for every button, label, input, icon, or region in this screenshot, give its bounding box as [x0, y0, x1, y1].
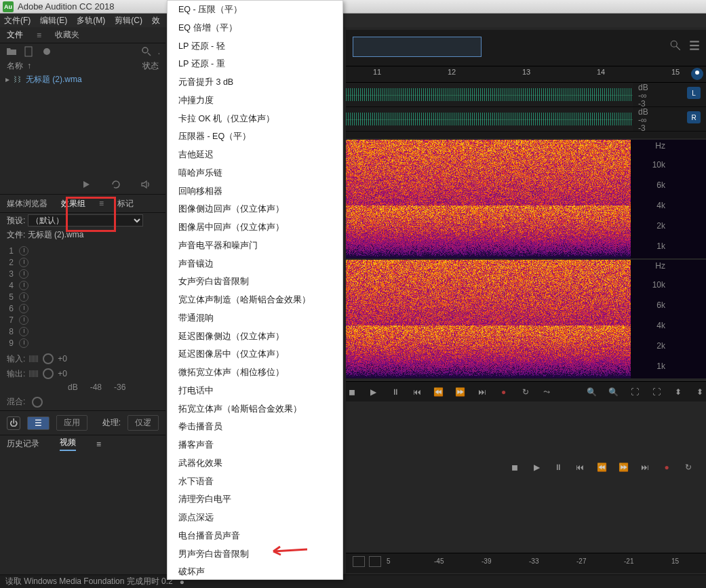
skip-end-button[interactable]: ⏭: [476, 386, 488, 398]
skip-end-button[interactable]: ⏭: [639, 461, 651, 473]
preset-item[interactable]: 带通混响: [168, 309, 342, 328]
effect-slot[interactable]: 7: [7, 314, 159, 326]
menu-clip[interactable]: 剪辑(C): [115, 15, 142, 26]
tab-history[interactable]: 历史记录: [7, 438, 39, 450]
preset-item[interactable]: 声音电平器和噪声门: [168, 237, 342, 255]
preset-item[interactable]: 宽立体声制造（哈斯铝合金效果）: [168, 291, 342, 309]
tab-media-browser[interactable]: 媒体浏览器: [7, 198, 47, 210]
menu-effects[interactable]: 效: [152, 15, 160, 26]
slot-power-icon[interactable]: [19, 304, 28, 313]
preset-item[interactable]: 元音提升 3 dB: [168, 73, 342, 92]
preset-item[interactable]: 图像居中回声（仅立体声）: [168, 218, 342, 237]
slot-power-icon[interactable]: [19, 315, 28, 325]
preset-item[interactable]: 拳击播音员: [168, 418, 342, 436]
preset-item[interactable]: 清理旁白电平: [168, 490, 342, 509]
zoom-icon[interactable]: [669, 39, 682, 52]
preset-item[interactable]: 声音镶边: [168, 255, 342, 273]
slot-power-icon[interactable]: [19, 327, 28, 336]
out-point-button[interactable]: [369, 556, 381, 567]
power-button[interactable]: ⏻: [7, 416, 20, 430]
tab-markers[interactable]: 标记: [117, 198, 134, 210]
preset-item[interactable]: 微拓宽立体声（相位移位）: [168, 364, 342, 382]
selection-box[interactable]: [353, 37, 482, 57]
forward-button[interactable]: ⏩: [454, 386, 467, 398]
preset-item[interactable]: 拓宽立体声（哈斯铝合金效果）: [168, 400, 342, 418]
preset-item[interactable]: 破坏声: [168, 563, 342, 580]
panel-menu-icon[interactable]: ≡: [37, 31, 41, 40]
panel-menu-icon[interactable]: ≡: [96, 439, 101, 449]
play-button[interactable]: ▶: [530, 461, 543, 473]
overview-timeline[interactable]: [346, 30, 706, 66]
menu-edit[interactable]: 编辑(E): [40, 15, 67, 26]
expand-icon[interactable]: ▸: [5, 75, 9, 84]
preset-item[interactable]: LP 还原 - 重: [168, 55, 342, 73]
channel-l-badge[interactable]: L: [687, 87, 701, 99]
preset-item[interactable]: 压限器 - EQ（平）: [168, 128, 342, 146]
preset-item[interactable]: 吉他延迟: [168, 146, 342, 164]
zoom-out-v-icon[interactable]: ⬍: [694, 386, 706, 398]
effect-slot[interactable]: 4: [7, 279, 159, 291]
effect-slot[interactable]: 5: [7, 291, 159, 302]
preset-item[interactable]: 回响移相器: [168, 182, 342, 201]
preset-item[interactable]: 武器化效果: [168, 454, 342, 473]
preset-item[interactable]: 打电话中: [168, 382, 342, 400]
zoom-out-icon[interactable]: 🔍: [607, 386, 619, 398]
preset-item[interactable]: 嘻哈声乐链: [168, 164, 342, 182]
wave-channel-right[interactable]: dB-∞-3 R: [346, 107, 706, 132]
effect-slot[interactable]: 9: [7, 337, 159, 349]
menu-multitrack[interactable]: 多轨(M): [77, 15, 105, 26]
preset-select[interactable]: （默认）: [28, 214, 143, 227]
spectrogram-top[interactable]: Hz 10k 6k 4k 2k 1k: [346, 140, 706, 258]
preset-item[interactable]: LP 还原 - 轻: [168, 37, 342, 56]
skip-start-button[interactable]: ⏮: [574, 461, 586, 473]
channel-r-badge[interactable]: R: [687, 111, 701, 123]
wave-channel-left[interactable]: dB-∞-3 L: [346, 83, 706, 107]
menu-file[interactable]: 文件(F): [4, 15, 31, 26]
tab-video[interactable]: 视频: [60, 437, 76, 451]
play-icon[interactable]: [81, 180, 91, 189]
waveform-area[interactable]: dB-∞-3 L +0 dB dB-∞-3 R: [346, 83, 706, 138]
stop-button[interactable]: ◼: [509, 461, 521, 473]
loop-button[interactable]: ↻: [519, 386, 532, 398]
preset-item[interactable]: 冲撞力度: [168, 92, 342, 110]
slot-power-icon[interactable]: [19, 338, 28, 348]
apply-button[interactable]: 应用: [56, 415, 87, 431]
slot-power-icon[interactable]: [19, 292, 28, 302]
output-knob[interactable]: [43, 368, 54, 379]
record-icon[interactable]: [41, 46, 53, 57]
slot-power-icon[interactable]: [19, 269, 28, 279]
slot-power-icon[interactable]: [19, 281, 28, 290]
volume-icon[interactable]: [141, 180, 152, 189]
preset-item[interactable]: 水下语音: [168, 473, 342, 491]
slot-power-icon[interactable]: [19, 258, 28, 267]
tab-effects-rack[interactable]: 效果组: [61, 198, 85, 210]
new-file-icon[interactable]: [23, 46, 35, 57]
forward-button[interactable]: ⏩: [617, 461, 629, 473]
effect-slot[interactable]: 1: [7, 245, 159, 256]
stop-button[interactable]: ◼: [346, 386, 358, 398]
in-point-button[interactable]: [353, 556, 365, 567]
record-button[interactable]: ●: [661, 461, 673, 473]
effect-slot[interactable]: 2: [7, 256, 159, 268]
rewind-button[interactable]: ⏪: [433, 386, 445, 398]
preset-item[interactable]: EQ 倍增（平）: [168, 19, 342, 37]
preset-item[interactable]: 源点深远: [168, 509, 342, 527]
panel-menu-icon[interactable]: ≡: [99, 199, 104, 208]
play-button[interactable]: ▶: [368, 386, 380, 398]
effect-slot[interactable]: 3: [7, 268, 159, 279]
preset-item[interactable]: 电台播音员声音: [168, 527, 342, 545]
favorites-tab[interactable]: 收藏夹: [55, 29, 79, 41]
record-button[interactable]: ●: [498, 386, 510, 398]
preset-item[interactable]: 卡拉 OK 机（仅立体声）: [168, 110, 342, 128]
time-ruler[interactable]: 1112131415: [346, 66, 706, 83]
skip-start-button[interactable]: ⏮: [411, 386, 423, 398]
level-meter[interactable]: 5-45-39-33-27-2115: [346, 553, 706, 573]
loop-icon[interactable]: [111, 180, 121, 189]
col-status[interactable]: 状态: [142, 60, 159, 72]
pause-button[interactable]: ⏸: [389, 386, 401, 398]
preset-item[interactable]: EQ - 压限（平）: [168, 1, 342, 19]
rewind-button[interactable]: ⏪: [595, 461, 608, 473]
pause-button[interactable]: ⏸: [552, 461, 564, 473]
preset-item[interactable]: 延迟图像居中（仅立体声）: [168, 345, 342, 364]
search-icon[interactable]: [140, 46, 153, 57]
